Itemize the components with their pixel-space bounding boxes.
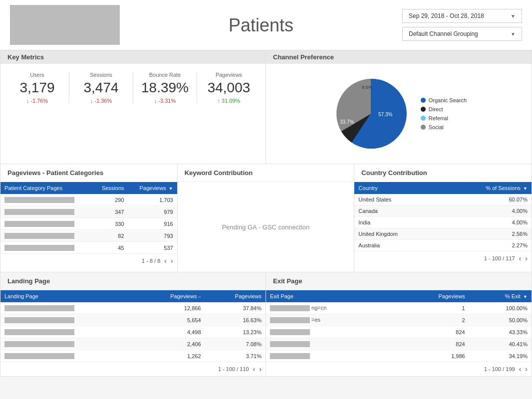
channel-preference-panel: Channel Preference	[266, 50, 532, 164]
table-row: 1,986 34.19%	[266, 350, 532, 362]
exit-page-panel: Exit Page Exit Page Pageviews % Exit ▼ n…	[266, 272, 532, 376]
table-row: India 4.00%	[354, 217, 532, 228]
col-lp-pv1: Pageviews –	[137, 290, 205, 302]
col-country: Country	[354, 182, 440, 194]
landing-prev[interactable]: ‹	[253, 365, 256, 373]
legend-direct-dot	[421, 107, 426, 112]
logo	[10, 5, 120, 45]
table-row: 5,654 16.63%	[0, 314, 266, 326]
channel-grouping-arrow: ▼	[511, 31, 516, 37]
landing-pagination: 1 - 100 / 110 ‹ ›	[0, 362, 266, 376]
landing-page-header: Landing Page	[0, 272, 266, 290]
table-row: 347 979	[0, 206, 177, 218]
pagination-prev[interactable]: ‹	[164, 257, 167, 265]
keyword-panel: Keyword Contribution Pending GA - GSC co…	[178, 164, 355, 272]
metric-pageviews-label: Pageviews	[197, 72, 261, 78]
keyword-pending: Pending GA - GSC connection	[178, 182, 354, 272]
svg-text:57.3%: 57.3%	[378, 112, 392, 117]
metric-users-label: Users	[5, 72, 69, 78]
channel-grouping-dropdown[interactable]: Default Channel Grouping ▼	[402, 27, 522, 41]
legend-direct: Direct	[421, 106, 467, 112]
pageviews-patient-panel: Pageviews - Patient Categories Patient C…	[0, 164, 178, 272]
date-range-dropdown[interactable]: Sep 29, 2018 - Oct 28, 2018 ▼	[402, 9, 522, 23]
top-bar: Patients Sep 29, 2018 - Oct 28, 2018 ▼ D…	[0, 0, 532, 50]
metric-pageviews-change: ↑ 31.09%	[197, 98, 261, 104]
pagination-next[interactable]: ›	[171, 257, 173, 265]
pageviews-patient-header: Pageviews - Patient Categories	[0, 164, 177, 182]
top-controls: Sep 29, 2018 - Oct 28, 2018 ▼ Default Ch…	[402, 5, 522, 41]
metric-sessions-value: 3,474	[69, 80, 133, 96]
table-row: United Kingdom 2.56%	[354, 228, 532, 240]
table-row: 824 40.41%	[266, 338, 532, 350]
legend-social-label: Social	[429, 124, 444, 130]
metric-bounce-label: Bounce Rate	[133, 72, 197, 78]
exit-pagination: 1 - 100 / 199 ‹ ›	[266, 362, 532, 376]
metric-bounce-value: 18.39%	[133, 80, 197, 96]
col-exit-pct: % Exit ▼	[469, 290, 532, 302]
key-metrics-header: Key Metrics	[0, 50, 266, 64]
legend-social-dot	[421, 125, 426, 130]
table-row: Australia 2.27%	[354, 240, 532, 251]
key-metrics-panel: Key Metrics Users 3,179 ↓ -1.76% Session…	[0, 50, 266, 164]
metric-users-change: ↓ -1.76%	[5, 98, 69, 104]
bottom-row: Landing Page Landing Page Pageviews – Pa…	[0, 272, 532, 377]
exit-next[interactable]: ›	[525, 365, 528, 373]
country-next[interactable]: ›	[525, 254, 528, 262]
pageviews-patient-pagination: 1 - 8 / 8 ‹ ›	[0, 254, 177, 268]
pie-legend: Organic Search Direct Referral Social	[421, 97, 467, 130]
table-row: United States 60.07%	[354, 194, 532, 205]
col-exit: Exit Page	[266, 290, 398, 302]
metrics-row: Users 3,179 ↓ -1.76% Sessions 3,474 ↓ -1…	[0, 64, 266, 109]
country-pagination: 1 - 100 / 117 ‹ ›	[354, 251, 532, 265]
landing-pagination-info: 1 - 100 / 110	[218, 366, 249, 372]
channel-content: 57.3% 8.5% 33.7% Organic Search Direct R…	[266, 64, 532, 164]
landing-page-table: Landing Page Pageviews – Pageviews 12,86…	[0, 290, 266, 362]
table-row: 82 793	[0, 230, 177, 242]
legend-organic-label: Organic Search	[429, 97, 467, 103]
col-sessions-pct: % of Sessions ▼	[441, 182, 532, 194]
country-panel: Country Contribution Country % of Sessio…	[354, 164, 532, 272]
exit-prev[interactable]: ‹	[519, 365, 522, 373]
table-row: 290 1,703	[0, 194, 177, 206]
legend-organic-dot	[421, 98, 426, 103]
col-pageviews: Pageviews ▼	[128, 182, 177, 194]
landing-page-panel: Landing Page Landing Page Pageviews – Pa…	[0, 272, 266, 376]
table-row: 4,498 13.23%	[0, 326, 266, 338]
metrics-channel-row: Key Metrics Users 3,179 ↓ -1.76% Session…	[0, 50, 532, 164]
country-pagination-info: 1 - 100 / 117	[484, 255, 515, 261]
legend-referral: Referral	[421, 115, 467, 121]
landing-next[interactable]: ›	[259, 365, 262, 373]
svg-text:8.5%: 8.5%	[362, 85, 372, 90]
metric-sessions-label: Sessions	[69, 72, 133, 78]
country-header: Country Contribution	[354, 164, 532, 182]
exit-pagination-info: 1 - 100 / 199	[484, 366, 515, 372]
legend-social: Social	[421, 124, 467, 130]
table-row: 12,866 37.84%	[0, 302, 266, 314]
keyword-header: Keyword Contribution	[178, 164, 354, 182]
col-lp-pv2: Pageviews	[205, 290, 266, 302]
metric-users-value: 3,179	[5, 80, 69, 96]
legend-referral-label: Referral	[429, 115, 448, 121]
country-table: Country % of Sessions ▼ United States 60…	[354, 182, 532, 251]
table-row: ng=cn 1 100.00%	[266, 302, 532, 314]
col-sessions: Sessions	[92, 182, 128, 194]
metric-pageviews: Pageviews 34,003 ↑ 31.09%	[197, 72, 261, 104]
date-range-label: Sep 29, 2018 - Oct 28, 2018	[409, 12, 484, 19]
middle-row: Pageviews - Patient Categories Patient C…	[0, 164, 532, 272]
legend-referral-dot	[421, 116, 426, 121]
svg-text:33.7%: 33.7%	[340, 119, 354, 125]
metric-bounce: Bounce Rate 18.39% ↓ -3.31%	[133, 72, 197, 104]
pie-chart: 57.3% 8.5% 33.7%	[331, 74, 411, 154]
pageviews-patient-table: Patient Category Pages Sessions Pageview…	[0, 182, 177, 254]
table-row: 1,262 3.71%	[0, 350, 266, 362]
table-row: 824 43.33%	[266, 326, 532, 338]
country-prev[interactable]: ‹	[519, 254, 522, 262]
table-row: Canada 4.00%	[354, 205, 532, 217]
table-row: 45 537	[0, 242, 177, 254]
legend-direct-label: Direct	[429, 106, 443, 112]
metric-bounce-change: ↓ -3.31%	[133, 98, 197, 104]
table-row: =es 2 50.00%	[266, 314, 532, 326]
exit-page-table: Exit Page Pageviews % Exit ▼ ng=cn 1 100…	[266, 290, 532, 362]
pagination-info: 1 - 8 / 8	[142, 258, 160, 264]
channel-grouping-label: Default Channel Grouping	[409, 30, 478, 37]
